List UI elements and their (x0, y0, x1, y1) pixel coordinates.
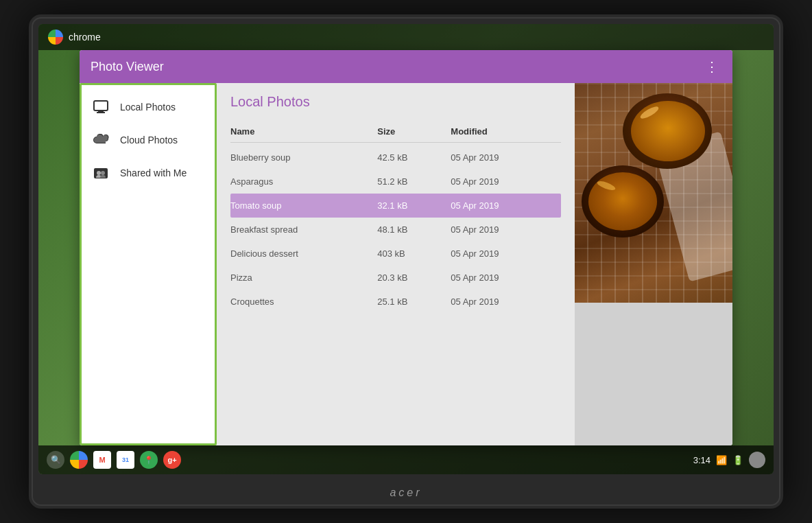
file-size-cell: 403 kB (377, 248, 451, 259)
file-modified-cell: 05 Apr 2019 (451, 248, 561, 259)
preview-image (575, 83, 732, 303)
cloud-icon (93, 132, 109, 148)
header-name: Name (230, 126, 377, 137)
gmail-taskbar-icon[interactable]: M (93, 451, 111, 469)
file-row[interactable]: Breakfast spread48.1 kB05 Apr 2019 (230, 218, 561, 242)
battery-icon: 🔋 (732, 455, 743, 465)
file-modified-cell: 05 Apr 2019 (451, 176, 561, 187)
taskbar: 🔍 M 31 📍 g+ 3:14 📶 🔋 (38, 445, 774, 474)
svg-rect-0 (94, 101, 108, 111)
sidebar-cloud-photos-label: Cloud Photos (120, 135, 178, 146)
file-row[interactable]: Asparagus51.2 kB05 Apr 2019 (230, 170, 561, 194)
app-menu-button[interactable]: ⋮ (702, 56, 721, 78)
maps-taskbar-icon[interactable]: 📍 (140, 451, 158, 469)
file-name-cell: Breakfast spread (230, 224, 377, 235)
file-name-cell: Delicious dessert (230, 248, 377, 259)
sidebar-local-photos-label: Local Photos (120, 102, 176, 113)
file-name-cell: Tomato soup (230, 200, 377, 211)
file-table-header: Name Size Modified (230, 121, 561, 143)
file-modified-cell: 05 Apr 2019 (451, 200, 561, 211)
file-size-cell: 51.2 kB (377, 176, 451, 187)
file-row[interactable]: Croquettes25.1 kB05 Apr 2019 (230, 290, 561, 314)
app-header: Photo Viewer ⋮ (80, 50, 732, 83)
soup-bowl-1-inner (631, 101, 705, 161)
file-size-cell: 42.5 kB (377, 152, 451, 163)
sidebar-item-shared-with-me[interactable]: Shared with Me (82, 156, 215, 189)
avatar[interactable] (749, 452, 765, 468)
search-taskbar-icon[interactable]: 🔍 (47, 451, 64, 469)
content-title: Local Photos (230, 94, 561, 110)
taskbar-left: 🔍 M 31 📍 g+ (47, 451, 181, 469)
preview-panel (575, 83, 732, 445)
file-rows-container: Blueberry soup42.5 kB05 Apr 2019Asparagu… (230, 146, 561, 314)
app-body: Local Photos Cloud Photos (80, 83, 732, 445)
file-modified-cell: 05 Apr 2019 (451, 224, 561, 235)
header-size: Size (377, 126, 451, 137)
file-row[interactable]: Pizza20.3 kB05 Apr 2019 (230, 266, 561, 290)
file-size-cell: 20.3 kB (377, 272, 451, 283)
file-list: Local Photos Name Size Modified Blueberr… (217, 83, 575, 445)
taskbar-time: 3:14 (693, 455, 710, 465)
app-window: Photo Viewer ⋮ Local (80, 50, 732, 445)
file-modified-cell: 05 Apr 2019 (451, 272, 561, 283)
chrome-taskbar-icon[interactable] (70, 451, 88, 469)
file-modified-cell: 05 Apr 2019 (451, 152, 561, 163)
file-row[interactable]: Delicious dessert403 kB05 Apr 2019 (230, 242, 561, 266)
svg-point-4 (97, 171, 101, 175)
preview-bottom (575, 303, 732, 445)
file-row[interactable]: Blueberry soup42.5 kB05 Apr 2019 (230, 146, 561, 170)
file-size-cell: 25.1 kB (377, 297, 451, 307)
sidebar-item-local-photos[interactable]: Local Photos (82, 91, 215, 124)
tablet-frame: chrome Photo Viewer ⋮ (29, 14, 783, 509)
monitor-icon (93, 99, 109, 115)
chrome-logo-icon (48, 30, 63, 45)
app-title: Photo Viewer (91, 60, 702, 74)
file-modified-cell: 05 Apr 2019 (451, 297, 561, 307)
file-name-cell: Asparagus (230, 176, 377, 187)
taskbar-right: 3:14 📶 🔋 (693, 452, 765, 468)
file-row[interactable]: Tomato soup32.1 kB05 Apr 2019 (230, 194, 561, 218)
shared-icon (93, 165, 109, 181)
file-size-cell: 32.1 kB (377, 200, 451, 211)
chrome-topbar: chrome (38, 24, 774, 50)
file-name-cell: Pizza (230, 272, 377, 283)
chrome-title-label: chrome (69, 32, 101, 43)
tablet-screen: chrome Photo Viewer ⋮ (38, 24, 774, 474)
gplus-taskbar-icon[interactable]: g+ (163, 451, 181, 469)
sidebar-item-cloud-photos[interactable]: Cloud Photos (82, 124, 215, 156)
svg-point-5 (101, 171, 105, 175)
file-size-cell: 48.1 kB (377, 224, 451, 235)
file-name-cell: Croquettes (230, 297, 377, 307)
acer-brand-label: acer (390, 487, 422, 499)
sidebar: Local Photos Cloud Photos (80, 83, 217, 445)
file-name-cell: Blueberry soup (230, 152, 377, 163)
wifi-icon: 📶 (716, 455, 727, 465)
calendar-taskbar-icon[interactable]: 31 (117, 451, 134, 469)
sidebar-shared-label: Shared with Me (120, 167, 187, 178)
header-modified: Modified (451, 126, 561, 137)
